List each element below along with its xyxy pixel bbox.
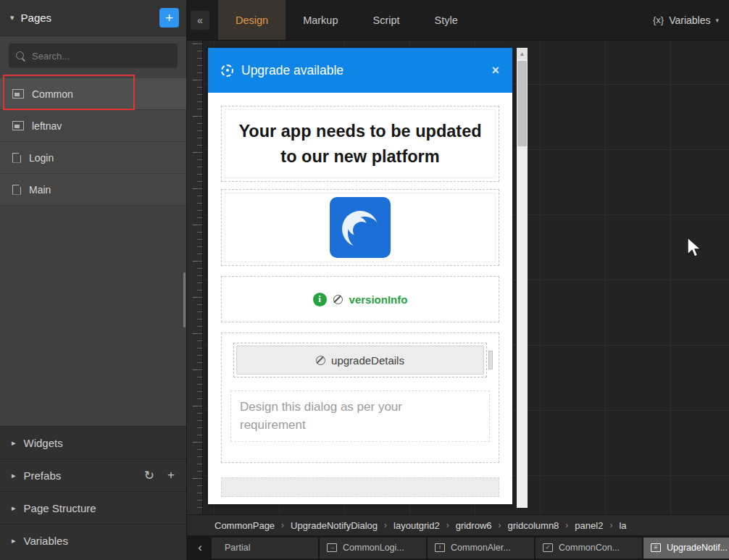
pages-sidebar: ▾ Pages + Common leftnav Login [0,0,187,560]
sidebar-item-prefabs[interactable]: ▸ Prefabs ↻ + [0,459,186,491]
version-info-label: versionInfo [349,293,408,306]
add-page-button[interactable]: + [159,8,179,28]
collapse-sidebar-button[interactable]: « [191,11,209,30]
upgrade-details-label: upgradeDetails [331,354,404,367]
page-icon [12,153,21,163]
variables-label: Variables [669,14,710,26]
page-label: Main [29,184,51,196]
variables-button[interactable]: {x} Variables ▾ [653,14,719,26]
add-prefab-icon[interactable]: + [167,468,175,483]
upgrade-notify-dialog[interactable]: Upgrade available × Your app needs to be… [208,48,512,504]
breadcrumb-gridcolumn8[interactable]: gridcolumn8 [508,520,559,531]
tab-label: UpgradeNotif... [667,543,728,553]
breadcrumb-layoutgrid2[interactable]: layoutgrid2 [393,520,440,531]
sidebar-item-common[interactable]: Common [0,78,186,110]
version-info-widget[interactable]: versionInfo [221,276,499,322]
button-selection-wrap: upgradeDetails [233,343,487,377]
dialog-icon: ≡ [651,543,661,552]
sidebar-sections: ▸ Widgets ▸ Prefabs ↻ + ▸ Page Structure… [0,426,186,560]
tab-label: CommonAler... [451,543,511,553]
search-area [0,36,186,78]
sidebar-item-widgets[interactable]: ▸ Widgets [0,426,186,459]
section-label: Prefabs [24,469,62,482]
page-label: Login [29,152,54,164]
breadcrumb-panel2[interactable]: panel2 [575,520,603,531]
info-icon [313,293,327,306]
dialog-header[interactable]: Upgrade available × [208,48,512,93]
sidebar-scrollbar[interactable] [183,272,186,327]
canvas-scrollbar: ▲ [517,48,528,508]
login-dialog-icon: → [327,543,337,552]
variables-icon: {x} [653,14,664,25]
breadcrumb-separator: › [499,520,501,530]
open-files-bar: ‹ Partial → CommonLogi... ! CommonAler..… [187,535,729,560]
breadcrumb-separator: › [281,520,284,530]
caret-right-icon: ▸ [12,504,16,512]
tab-commonconfirm[interactable]: ✓ CommonCon... [536,538,642,559]
gear-icon [221,64,233,77]
caret-down-icon: ▾ [10,14,14,22]
breadcrumb-upgradenotifydialog[interactable]: UpgradeNotifyDialog [291,520,378,531]
bind-icon [316,356,325,365]
caret-right-icon: ▸ [12,439,16,447]
hint-widget[interactable]: Design this dialog as per your requireme… [230,390,490,442]
caret-right-icon: ▸ [12,472,16,480]
search-input[interactable] [32,51,170,62]
sidebar-item-leftnav[interactable]: leftnav [0,110,186,142]
panel-widget[interactable]: upgradeDetails Design this dialog as per… [221,333,499,463]
breadcrumb: CommonPage › UpgradeNotifyDialog › layou… [187,514,729,535]
tab-upgradenotify[interactable]: ≡ UpgradeNotif... [643,538,729,559]
breadcrumb-commonpage[interactable]: CommonPage [214,520,275,531]
breadcrumb-gridrow6[interactable]: gridrow6 [456,520,492,531]
hint-text: Design this dialog as per your requireme… [240,398,436,434]
prefabs-actions: ↻ + [144,468,175,483]
resize-handle[interactable] [488,351,493,369]
page-label: Common [32,88,73,100]
tab-design[interactable]: Design [218,0,286,40]
tab-label: Partial [225,543,250,553]
design-canvas: Upgrade available × Your app needs to be… [187,40,729,514]
breadcrumb-separator: › [384,520,387,530]
app-logo [225,193,495,262]
wavemaker-studio: ▾ Pages + Common leftnav Login [0,0,729,560]
section-label: Variables [24,535,68,547]
chevron-down-icon: ▾ [715,17,719,24]
sidebar-item-login[interactable]: Login [0,142,186,174]
sidebar-item-main[interactable]: Main [0,174,186,206]
scrollbar-thumb[interactable] [517,61,527,146]
sidebar-item-variables[interactable]: ▸ Variables [0,524,186,556]
tab-partial[interactable]: Partial [212,538,318,559]
partial-icon [12,89,24,99]
tab-script[interactable]: Script [356,0,417,40]
tab-label: CommonLogi... [343,543,404,553]
caret-right-icon: ▸ [12,537,16,545]
page-icon [12,185,21,195]
bind-icon [333,295,343,304]
breadcrumb-truncated[interactable]: la [619,520,626,531]
dialog-footer[interactable] [221,477,499,497]
tab-label: CommonCon... [559,543,620,553]
refresh-icon[interactable]: ↻ [144,468,154,483]
tab-markup[interactable]: Markup [286,0,355,40]
main-area: « Design Markup Script Style {x} Variabl… [187,0,729,560]
tab-commonalert[interactable]: ! CommonAler... [428,538,534,559]
picture-widget[interactable] [221,189,499,266]
section-label: Page Structure [24,502,96,514]
page-list: Common leftnav Login Main [0,78,186,206]
message-text: Your app needs to be updated to our new … [225,110,495,177]
dialog-title: Upgrade available [241,63,483,78]
pages-header: ▾ Pages + [0,0,186,36]
search-box[interactable] [9,43,178,68]
message-widget[interactable]: Your app needs to be updated to our new … [221,106,499,182]
tab-commonlogin[interactable]: → CommonLogi... [320,538,426,559]
mouse-cursor [687,237,703,259]
scroll-up-arrow[interactable]: ▲ [517,48,528,59]
editor-tabs: Design Markup Script Style [218,0,475,40]
sidebar-item-page-structure[interactable]: ▸ Page Structure [0,491,186,524]
close-icon[interactable]: × [491,63,499,78]
tab-style[interactable]: Style [417,0,475,40]
scroll-tabs-left-button[interactable]: ‹ [190,538,210,557]
upgrade-details-button[interactable]: upgradeDetails [236,346,484,375]
confirm-dialog-icon: ✓ [543,543,553,552]
search-icon [16,51,25,61]
